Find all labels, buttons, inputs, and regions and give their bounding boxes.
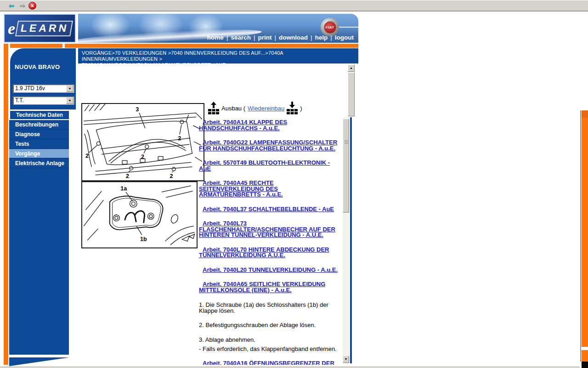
nav-link-logout[interactable]: logout xyxy=(335,34,354,41)
callout-2-right: 2 xyxy=(178,135,181,142)
nav-link-home[interactable]: home xyxy=(207,34,224,41)
procedure-step: - Falls erforderlich, das Klappenfangban… xyxy=(199,346,338,352)
elearn-logo-e: e xyxy=(8,19,15,38)
nav-separator: | xyxy=(330,34,332,41)
right-orange-strip xyxy=(582,118,588,347)
engine-dropdown-value: 1.9 JTD 16v xyxy=(15,85,45,92)
callout-1a: 1a xyxy=(120,185,127,192)
forward-icon[interactable]: ➡ xyxy=(17,1,28,11)
sidebar-item-elektrische-anlage[interactable]: Elektrische Anlage xyxy=(9,159,69,168)
right-orange-strip xyxy=(582,110,588,118)
callout-3: 3 xyxy=(136,106,139,113)
corner-resize-square xyxy=(582,362,588,368)
callout-2-bottom-right: 2 xyxy=(170,173,173,179)
right-divider-line xyxy=(580,110,581,362)
header-divider-line xyxy=(339,27,358,28)
close-icon[interactable]: ✕ xyxy=(28,2,36,10)
orange-bar-segment xyxy=(10,44,62,48)
chevron-down-icon[interactable]: ▼ xyxy=(66,97,74,104)
back-icon[interactable]: ⬅ xyxy=(6,1,17,11)
sidebar-item-beschreibungen[interactable]: Beschreibungen xyxy=(9,120,69,130)
diagram-lock-holder: 1a 1b xyxy=(81,181,198,248)
right-orange-strip xyxy=(582,350,588,362)
procedure-link[interactable]: Arbeit. 7040A45 RECHTE SEITENVERKLEIDUNG… xyxy=(199,180,338,198)
breadcrumb-line1: VORGÄNGE>70 VERKLEIDUNGEN >7040 INNENVER… xyxy=(82,50,355,62)
procedure-content: Arbeit. 7040A14 KLAPPE DES HANDSCHUHFACH… xyxy=(199,120,338,365)
procedure-link[interactable]: Arbeit. 7040L73 FLASCHENHALTER/ASCHENBEC… xyxy=(199,221,338,238)
removal-label: Ausbau ( xyxy=(221,105,245,112)
procedure-step: 2. Befestigungsschrauben der Ablage löse… xyxy=(199,322,338,328)
sidebar-section-technische-daten[interactable]: Technische Daten xyxy=(10,111,69,119)
outer-scrollbar-thumb[interactable] xyxy=(348,72,355,116)
procedure-link[interactable]: Arbeit. 7040A65 SEITLICHE VERKLEIDUNG MI… xyxy=(199,282,338,293)
nav-separator: | xyxy=(254,34,255,41)
procedure-link[interactable]: Arbeit. 7040A14 KLAPPE DES HANDSCHUHFACH… xyxy=(199,120,338,131)
callout-2-bottom-left: 2 xyxy=(126,173,129,179)
scroll-down-icon[interactable]: ▼ xyxy=(343,356,349,363)
browser-toolbar: ⬅ ➡ ✕ xyxy=(0,0,588,12)
procedure-link[interactable]: Arbeit. 7040A16 ÖFFNUNGSBEGRENZER DER AB… xyxy=(199,361,338,365)
sidebar-header-panel: NUOVA BRAVO 1.9 JTD 16v ▼ T.T. ▼ xyxy=(10,48,76,109)
main-nav: home|search|print|download|help|logout xyxy=(207,34,354,41)
sidebar-item-diagnose[interactable]: Diagnose xyxy=(9,130,69,139)
paren-close: ) xyxy=(300,105,302,112)
trim-dropdown[interactable]: T.T. ▼ xyxy=(13,96,74,105)
breadcrumb: VORGÄNGE>70 VERKLEIDUNGEN >7040 INNENVER… xyxy=(78,48,358,63)
header-banner: FIAT home|search|print|download|help|log… xyxy=(78,14,358,43)
scrollbar-grip xyxy=(345,140,348,144)
removal-icon xyxy=(208,102,219,115)
sidebar-item-tests[interactable]: Tests xyxy=(9,139,69,149)
sidebar-menu: Beschreibungen Diagnose Tests Vorgänge E… xyxy=(9,120,69,355)
nav-link-help[interactable]: help xyxy=(315,34,328,41)
left-orange-strip xyxy=(4,48,8,365)
nav-link-print[interactable]: print xyxy=(258,34,271,41)
diagram-lock-holder-art: 1a 1b xyxy=(82,182,197,247)
procedure-link[interactable]: Arbeit. 7040L20 TUNNELVERKLEIDUNG - A.u.… xyxy=(199,267,338,273)
nav-link-download[interactable]: download xyxy=(279,34,308,41)
fiat-logo-label: FIAT xyxy=(324,21,336,34)
fiat-logo: FIAT xyxy=(321,18,339,36)
nav-separator: | xyxy=(311,34,312,41)
chevron-down-icon[interactable]: ▼ xyxy=(66,85,74,92)
refit-icon xyxy=(287,102,298,115)
scroll-up-icon[interactable]: ▲ xyxy=(348,64,355,72)
procedure-link[interactable]: Arbeit. 7040L37 SCHALTHEBELBLENDE - AuE xyxy=(199,207,338,213)
procedure-step: 3. Ablage abnehmen. xyxy=(199,337,338,343)
diagram-glovebox: 3 2 2 2 2 2 xyxy=(81,103,204,181)
engine-dropdown[interactable]: 1.9 JTD 16v ▼ xyxy=(13,84,74,93)
vehicle-model-title: NUOVA BRAVO xyxy=(15,63,60,70)
nav-separator: | xyxy=(226,34,228,41)
sidebar-bottom-wedge xyxy=(9,357,69,366)
content-scrollbar-thumb[interactable] xyxy=(343,119,349,213)
procedure-link[interactable]: Arbeit. 5570T49 BLUETOOTH-ELEKTRONIK - A… xyxy=(199,160,338,172)
content-scrollbar[interactable]: ▼ xyxy=(343,117,349,363)
nav-link-search[interactable]: search xyxy=(231,34,251,41)
procedure-link[interactable]: Arbeit. 7040G22 LAMPENFASSUNG/SCHALTER F… xyxy=(199,140,338,151)
outer-scrollbar[interactable]: ▲ xyxy=(348,64,355,116)
reinstall-link[interactable]: Wiedereinbau xyxy=(248,105,284,112)
orange-bar-segment xyxy=(65,44,358,48)
procedure-step: 1. Die Schraube (1a) des Schlosshalters … xyxy=(199,302,338,314)
bottom-status-band xyxy=(0,366,580,368)
diagram-glovebox-art: 3 2 2 2 2 2 xyxy=(82,104,204,180)
breadcrumb-line2: 7040A18 HANDSCHUHFACH AM ARMATURENBRETT … xyxy=(82,62,355,68)
callout-1b: 1b xyxy=(140,236,147,242)
elearn-logo: e LEARN xyxy=(4,14,76,43)
nav-separator: | xyxy=(274,34,276,41)
orange-bar-segment xyxy=(4,44,8,48)
procedure-link[interactable]: Arbeit. 7040L70 HINTERE ABDECKUNG DER TU… xyxy=(199,247,338,259)
trim-dropdown-value: T.T. xyxy=(15,97,24,104)
callout-2-center: 2 xyxy=(141,154,144,160)
elearn-logo-text: LEARN xyxy=(15,21,73,36)
sidebar-item-vorgaenge[interactable]: Vorgänge xyxy=(9,149,69,159)
action-row: Ausbau ( Wiedereinbau ) xyxy=(208,100,302,116)
callout-2-left: 2 xyxy=(85,153,89,159)
content-right-border xyxy=(350,117,352,363)
